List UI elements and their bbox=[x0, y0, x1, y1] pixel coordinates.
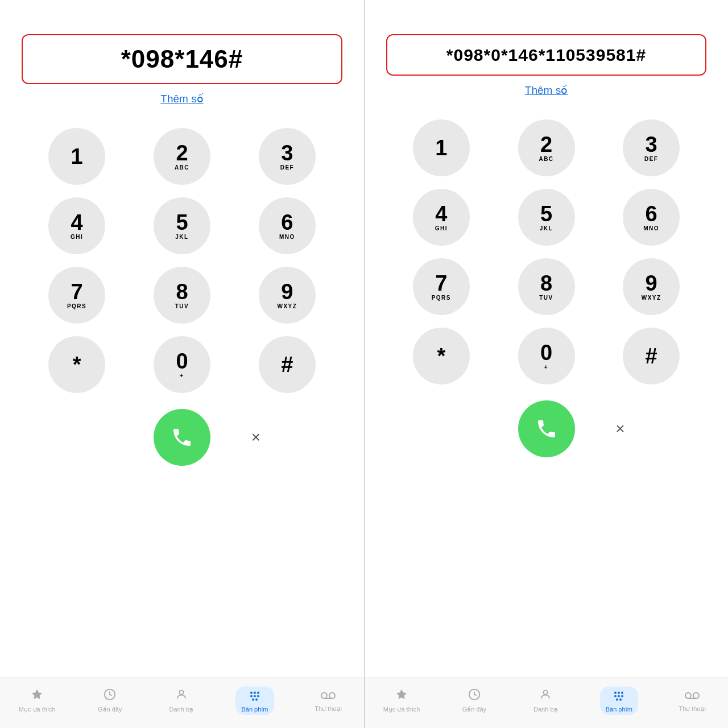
svg-point-21 bbox=[616, 698, 618, 701]
tab-mục-ưa-thích[interactable]: Mục ưa thích bbox=[19, 688, 56, 713]
left-them-so-link[interactable]: Thêm số bbox=[22, 92, 342, 105]
right-call-icon bbox=[535, 417, 558, 440]
key-5-button[interactable]: 5JKL bbox=[518, 189, 575, 246]
key-digit: 3 bbox=[646, 134, 657, 155]
key-hash-button[interactable]: # bbox=[259, 336, 316, 393]
key-letters: TUV bbox=[175, 303, 189, 309]
key-digit: 7 bbox=[71, 281, 82, 303]
left-delete-button[interactable]: × bbox=[228, 409, 284, 466]
key-digit: 6 bbox=[646, 203, 657, 225]
tab-mục-ưa-thích[interactable]: Mục ưa thích bbox=[383, 688, 420, 713]
tab-label: Mục ưa thích bbox=[383, 706, 420, 713]
key-6-button[interactable]: 6MNO bbox=[623, 189, 680, 246]
key-9-button[interactable]: 9WXYZ bbox=[259, 267, 316, 324]
svg-point-10 bbox=[321, 693, 327, 698]
key-letters: WXYZ bbox=[277, 303, 297, 309]
tab-thư-thoại[interactable]: Thư thoại bbox=[311, 689, 345, 713]
key-3-button[interactable]: 3DEF bbox=[259, 128, 316, 185]
tab-label: Bàn phím bbox=[606, 706, 632, 713]
key-letters: PQRS bbox=[432, 295, 451, 301]
key-letters: MNO bbox=[643, 225, 659, 231]
left-phone: *098*146# Thêm số 12ABC3DEF4GHI5JKL6MNO7… bbox=[0, 0, 364, 728]
svg-point-7 bbox=[257, 695, 259, 697]
key-digit: 5 bbox=[176, 212, 188, 233]
svg-point-3 bbox=[254, 692, 256, 694]
key-letters: MNO bbox=[279, 234, 295, 240]
key-digit: 5 bbox=[540, 203, 552, 225]
key-4-button[interactable]: 4GHI bbox=[413, 189, 470, 246]
tab-icon bbox=[175, 688, 188, 704]
right-phone: *098*0*146*110539581# Thêm số 12ABC3DEF4… bbox=[364, 0, 728, 728]
key-digit: 3 bbox=[281, 142, 293, 164]
left-spacer bbox=[80, 409, 136, 466]
key-0-button[interactable]: 0+ bbox=[154, 336, 210, 393]
key-1-button[interactable]: 1 bbox=[413, 119, 470, 176]
right-delete-button[interactable]: × bbox=[592, 400, 649, 457]
svg-point-15 bbox=[614, 692, 617, 694]
key-1-button[interactable]: 1 bbox=[48, 128, 105, 185]
left-number: *098*146# bbox=[39, 46, 325, 73]
tab-icon bbox=[104, 688, 116, 704]
tab-label: Thư thoại bbox=[315, 705, 342, 713]
tab-bàn-phím[interactable]: Bàn phím bbox=[235, 686, 274, 715]
right-dialer-display: *098*0*146*110539581# Thêm số bbox=[386, 34, 706, 97]
tab-danh-bạ[interactable]: Danh bạ bbox=[164, 688, 198, 713]
left-dialer-display: *098*146# Thêm số bbox=[22, 34, 342, 105]
key-2-button[interactable]: 2ABC bbox=[518, 119, 575, 176]
key-digit: 9 bbox=[646, 272, 657, 294]
tab-danh-bạ[interactable]: Danh bạ bbox=[528, 688, 562, 713]
key-letters: GHI bbox=[71, 234, 83, 240]
left-call-button[interactable] bbox=[154, 409, 210, 466]
svg-point-8 bbox=[252, 698, 254, 701]
key-digit: * bbox=[437, 345, 445, 367]
tab-label: Gần đây bbox=[462, 706, 486, 713]
key-letters: TUV bbox=[539, 295, 553, 301]
key-digit: 0 bbox=[540, 342, 552, 363]
svg-point-18 bbox=[614, 695, 617, 697]
key-8-button[interactable]: 8TUV bbox=[154, 267, 210, 324]
key-letters: PQRS bbox=[67, 303, 86, 309]
tab-icon bbox=[685, 689, 700, 704]
key-letters: ABC bbox=[175, 164, 189, 171]
key-7-button[interactable]: 7PQRS bbox=[413, 258, 470, 315]
key-8-button[interactable]: 8TUV bbox=[518, 258, 575, 315]
key-star-button[interactable]: * bbox=[413, 328, 470, 384]
key-5-button[interactable]: 5JKL bbox=[154, 197, 210, 254]
key-digit: 1 bbox=[71, 146, 82, 167]
key-letters: JKL bbox=[175, 234, 188, 240]
tab-gần-đây[interactable]: Gần đây bbox=[93, 688, 127, 713]
key-6-button[interactable]: 6MNO bbox=[259, 197, 316, 254]
svg-point-6 bbox=[254, 695, 256, 697]
left-call-icon bbox=[171, 426, 193, 449]
right-bottom-row: × bbox=[398, 400, 696, 457]
key-9-button[interactable]: 9WXYZ bbox=[623, 258, 680, 315]
key-digit: 8 bbox=[540, 272, 552, 294]
right-them-so-link[interactable]: Thêm số bbox=[386, 84, 706, 97]
key-0-button[interactable]: 0+ bbox=[518, 328, 575, 384]
right-call-button[interactable] bbox=[518, 400, 575, 457]
tab-label: Gần đây bbox=[98, 706, 122, 713]
tab-gần-đây[interactable]: Gần đây bbox=[457, 688, 491, 713]
key-7-button[interactable]: 7PQRS bbox=[48, 267, 105, 324]
key-letters: JKL bbox=[540, 225, 553, 231]
key-digit: 1 bbox=[435, 137, 447, 159]
key-star-button[interactable]: * bbox=[48, 336, 105, 393]
svg-point-20 bbox=[621, 695, 623, 697]
tab-label: Mục ưa thích bbox=[19, 706, 56, 713]
svg-point-4 bbox=[257, 692, 259, 694]
key-digit: 2 bbox=[176, 142, 188, 164]
svg-point-11 bbox=[329, 693, 335, 698]
key-hash-button[interactable]: # bbox=[623, 328, 680, 384]
tab-label: Danh bạ bbox=[169, 706, 193, 713]
key-4-button[interactable]: 4GHI bbox=[48, 197, 105, 254]
tab-icon bbox=[249, 689, 261, 705]
key-3-button[interactable]: 3DEF bbox=[623, 119, 680, 176]
tab-thư-thoại[interactable]: Thư thoại bbox=[675, 689, 709, 713]
tab-label: Bàn phím bbox=[241, 706, 268, 713]
svg-point-19 bbox=[618, 695, 620, 697]
tab-bàn-phím[interactable]: Bàn phím bbox=[600, 686, 638, 715]
left-bottom-row: × bbox=[33, 409, 332, 466]
key-digit: 4 bbox=[71, 212, 82, 233]
svg-point-17 bbox=[621, 692, 623, 694]
key-2-button[interactable]: 2ABC bbox=[154, 128, 210, 185]
